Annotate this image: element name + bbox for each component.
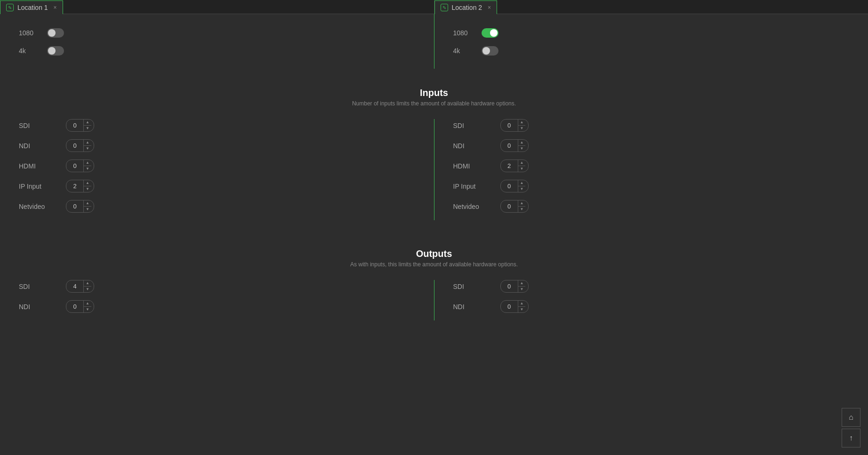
outputs-right: SDI ▲ ▼ NDI ▲ ▼	[434, 280, 868, 320]
input-row-hdmi-left: HDMI ▲ ▼	[19, 160, 415, 172]
input-ipinput-left-value[interactable]	[66, 181, 83, 191]
spinner-down-ndi-out-right[interactable]: ▼	[518, 306, 526, 312]
input-label-ndi-right: NDI	[453, 142, 491, 150]
output-ndi-right-value[interactable]	[501, 302, 518, 311]
spinner-up-ndi-out-right[interactable]: ▲	[518, 301, 526, 306]
toggle-1080-right[interactable]	[482, 28, 498, 38]
inputs-columns: SDI ▲ ▼ NDI ▲ ▼	[0, 119, 868, 220]
tab-location-1[interactable]: ✎ Location 1 ×	[0, 0, 63, 14]
outputs-title: Outputs	[0, 248, 868, 259]
spinner-up-sdi-out-left[interactable]: ▲	[84, 280, 91, 286]
input-ipinput-right-value[interactable]	[501, 181, 518, 191]
resolution-row-1080-left: 1080	[19, 28, 415, 38]
spinners-netvideo-right: ▲ ▼	[518, 200, 526, 212]
outputs-left: SDI ▲ ▼ NDI ▲ ▼	[0, 280, 434, 320]
input-ipinput-right[interactable]: ▲ ▼	[500, 180, 529, 192]
output-row-ndi-right: NDI ▲ ▼	[453, 300, 850, 313]
input-netvideo-left[interactable]: ▲ ▼	[66, 200, 94, 213]
output-row-sdi-left: SDI ▲ ▼	[19, 280, 415, 293]
spinner-up-ndi-left[interactable]: ▲	[84, 140, 91, 145]
input-sdi-left[interactable]: ▲ ▼	[66, 119, 94, 132]
input-row-ipinput-right: IP Input ▲ ▼	[453, 180, 850, 192]
spinner-down-sdi-left[interactable]: ▼	[84, 125, 91, 131]
spinner-up-sdi-left[interactable]: ▲	[84, 120, 91, 125]
output-ndi-left-value[interactable]	[66, 302, 83, 311]
output-sdi-left[interactable]: ▲ ▼	[66, 280, 94, 293]
spinner-down-netvideo-left[interactable]: ▼	[84, 206, 91, 212]
input-hdmi-right[interactable]: ▲ ▼	[500, 160, 529, 172]
spinners-ipinput-left: ▲ ▼	[83, 180, 91, 192]
spinner-up-netvideo-left[interactable]: ▲	[84, 200, 91, 206]
spinner-down-sdi-out-right[interactable]: ▼	[518, 286, 526, 292]
toggle-4k-left[interactable]	[47, 46, 64, 56]
input-label-ndi-left: NDI	[19, 142, 56, 150]
spinners-ndi-out-right: ▲ ▼	[518, 301, 526, 312]
input-sdi-right-value[interactable]	[501, 120, 518, 130]
outputs-columns: SDI ▲ ▼ NDI ▲ ▼	[0, 280, 868, 320]
input-row-hdmi-right: HDMI ▲ ▼	[453, 160, 850, 172]
input-netvideo-right-value[interactable]	[501, 201, 518, 211]
spinners-sdi-out-right: ▲ ▼	[518, 280, 526, 292]
pencil-icon-right[interactable]: ✎	[441, 4, 448, 11]
close-tab-left[interactable]: ×	[54, 4, 57, 11]
spinner-down-ipinput-left[interactable]: ▼	[84, 186, 91, 192]
inputs-title: Inputs	[0, 88, 868, 98]
resolution-label-4k-right: 4k	[453, 47, 472, 55]
input-netvideo-right[interactable]: ▲ ▼	[500, 200, 529, 213]
input-hdmi-left[interactable]: ▲ ▼	[66, 160, 94, 172]
spinner-up-sdi-out-right[interactable]: ▲	[518, 280, 526, 286]
spinners-netvideo-left: ▲ ▼	[83, 200, 91, 212]
input-row-ndi-right: NDI ▲ ▼	[453, 139, 850, 152]
resolution-row-4k-right: 4k	[453, 46, 850, 56]
input-sdi-right[interactable]: ▲ ▼	[500, 119, 529, 132]
toggle-4k-right[interactable]	[482, 46, 498, 56]
spinner-down-ipinput-right[interactable]: ▼	[518, 186, 526, 192]
input-ndi-left[interactable]: ▲ ▼	[66, 139, 94, 152]
output-ndi-left[interactable]: ▲ ▼	[66, 300, 94, 313]
spinner-up-ipinput-right[interactable]: ▲	[518, 180, 526, 186]
spinner-down-sdi-right[interactable]: ▼	[518, 125, 526, 131]
input-ndi-right-value[interactable]	[501, 141, 518, 151]
spinners-sdi-left: ▲ ▼	[83, 120, 91, 131]
input-netvideo-left-value[interactable]	[66, 201, 83, 211]
spinners-hdmi-right: ▲ ▼	[518, 160, 526, 172]
output-sdi-right[interactable]: ▲ ▼	[500, 280, 529, 293]
input-ndi-right[interactable]: ▲ ▼	[500, 139, 529, 152]
input-label-ipinput-right: IP Input	[453, 183, 491, 190]
spinner-up-sdi-right[interactable]: ▲	[518, 120, 526, 125]
input-hdmi-right-value[interactable]	[501, 161, 518, 171]
spinner-up-ndi-out-left[interactable]: ▲	[84, 301, 91, 306]
spinner-up-ipinput-left[interactable]: ▲	[84, 180, 91, 186]
output-ndi-right[interactable]: ▲ ▼	[500, 300, 529, 313]
spinner-down-ndi-left[interactable]: ▼	[84, 145, 91, 152]
spinner-up-hdmi-right[interactable]: ▲	[518, 160, 526, 166]
tab-location-2[interactable]: ✎ Location 2 ×	[434, 0, 498, 14]
spinner-up-ndi-right[interactable]: ▲	[518, 140, 526, 145]
spinner-down-hdmi-right[interactable]: ▼	[518, 166, 526, 172]
spinner-down-sdi-out-left[interactable]: ▼	[84, 286, 91, 292]
spinner-down-hdmi-left[interactable]: ▼	[84, 166, 91, 172]
input-hdmi-left-value[interactable]	[66, 161, 83, 171]
resolution-label-4k-left: 4k	[19, 47, 38, 55]
output-label-sdi-right: SDI	[453, 283, 491, 290]
input-ndi-left-value[interactable]	[66, 141, 83, 151]
input-label-ipinput-left: IP Input	[19, 183, 56, 190]
inputs-description: Number of inputs limits the amount of av…	[0, 100, 868, 107]
pencil-icon-left[interactable]: ✎	[6, 4, 14, 11]
output-sdi-right-value[interactable]	[501, 281, 518, 291]
inputs-heading: Inputs Number of inputs limits the amoun…	[0, 88, 868, 107]
resolution-section: 1080 4k 1080 4k	[0, 14, 868, 69]
input-ipinput-left[interactable]: ▲ ▼	[66, 180, 94, 192]
spinner-up-hdmi-left[interactable]: ▲	[84, 160, 91, 166]
close-tab-right[interactable]: ×	[488, 4, 491, 11]
spinner-down-ndi-right[interactable]: ▼	[518, 145, 526, 152]
spinner-down-netvideo-right[interactable]: ▼	[518, 206, 526, 212]
toggle-1080-left[interactable]	[47, 28, 64, 38]
output-sdi-left-value[interactable]	[66, 281, 83, 291]
spinner-down-ndi-out-left[interactable]: ▼	[84, 306, 91, 312]
spinner-up-netvideo-right[interactable]: ▲	[518, 200, 526, 206]
outputs-section: Outputs As with inputs, this limits the …	[0, 230, 868, 330]
spinners-ndi-right: ▲ ▼	[518, 140, 526, 152]
input-row-netvideo-right: Netvideo ▲ ▼	[453, 200, 850, 213]
input-sdi-left-value[interactable]	[66, 120, 83, 130]
